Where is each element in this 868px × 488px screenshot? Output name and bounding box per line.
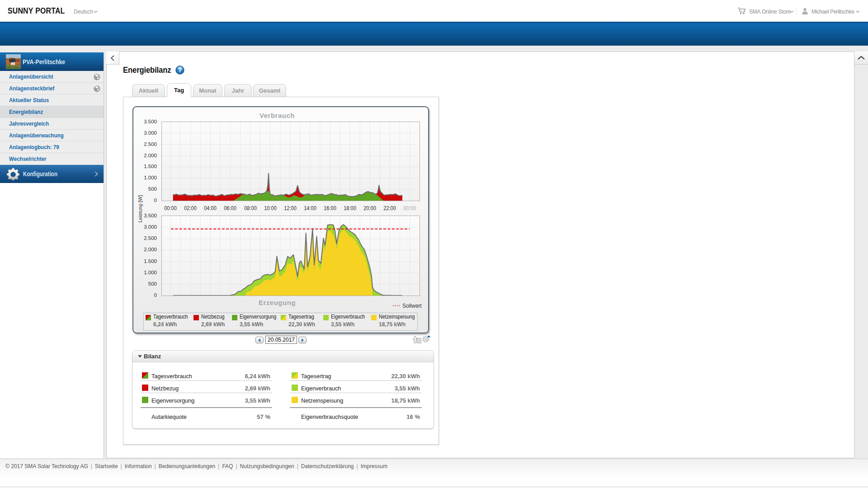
svg-text:?: ? bbox=[178, 66, 182, 74]
